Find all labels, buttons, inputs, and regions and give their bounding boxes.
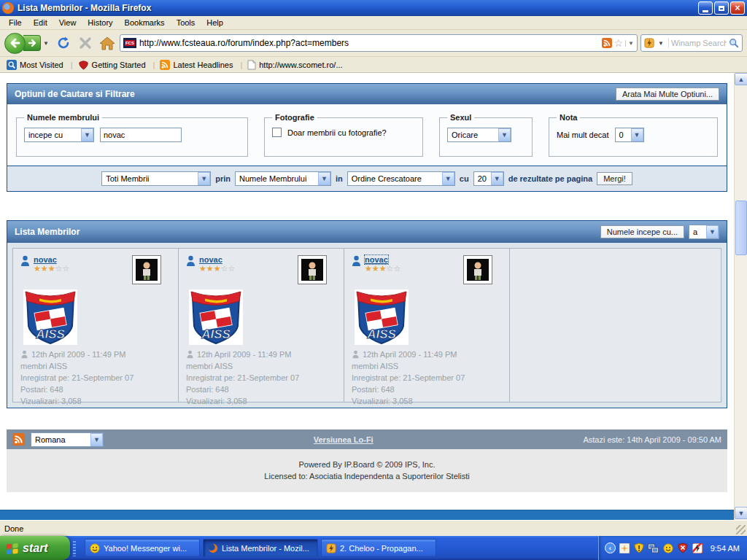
sort-order-select[interactable]: Ordine Crescatoare ▼	[347, 171, 455, 186]
windows-flag-icon	[6, 542, 19, 555]
per-page-select[interactable]: 20 ▼	[473, 171, 504, 186]
stop-button[interactable]	[76, 34, 95, 52]
chevron-down-icon: ▼	[706, 225, 719, 238]
history-dropdown-icon[interactable]: ▼	[41, 40, 51, 47]
language-select[interactable]: Romana ▼	[31, 432, 104, 447]
bookmark-getting-started[interactable]: Getting Started	[76, 59, 150, 71]
photo-checkbox-label: Doar membrii cu fotografie?	[287, 128, 387, 137]
menu-file[interactable]: File	[3, 17, 28, 28]
quick-launch-grip[interactable]	[73, 540, 76, 556]
go-button[interactable]: Mergi!	[597, 172, 632, 185]
tray-app-icon[interactable]	[619, 542, 630, 554]
sex-select[interactable]: Oricare ▼	[447, 128, 511, 142]
member-name-link[interactable]: novac	[34, 255, 57, 264]
menu-edit[interactable]: Edit	[28, 17, 53, 28]
close-button[interactable]: ×	[730, 1, 745, 15]
member-group: membri AISS	[186, 360, 338, 372]
restore-button[interactable]	[714, 1, 729, 15]
posted-icon	[186, 350, 194, 359]
scroll-up-arrow-icon[interactable]: ▲	[735, 73, 747, 85]
lofi-version-link[interactable]: Versiunea Lo-Fi	[314, 435, 374, 444]
getting-started-icon	[78, 60, 89, 70]
resize-grip[interactable]	[736, 525, 746, 534]
firefox-task-icon	[208, 543, 218, 553]
tray-network-icon[interactable]	[648, 542, 659, 554]
rss-feed-icon	[160, 60, 170, 70]
page-bottom-bar	[0, 510, 734, 520]
url-text[interactable]: http://www.fcsteaua.ro/forum/index.php?a…	[139, 38, 599, 48]
address-bar[interactable]: FCS http://www.fcsteaua.ro/forum/index.p…	[120, 34, 638, 52]
bookmark-separator: |	[152, 61, 157, 69]
current-date: Astazi este: 14th April 2009 - 09:50 AM	[583, 435, 721, 444]
forward-button[interactable]	[23, 35, 41, 51]
name-begins-button[interactable]: Numele incepe cu...	[600, 225, 684, 238]
rss-icon[interactable]	[602, 38, 612, 48]
rating-legend: Nota	[557, 113, 580, 122]
member-rating: ★★★☆☆	[365, 264, 400, 273]
taskbar: start Yahoo! Messenger wi... Lista Membr…	[0, 536, 747, 560]
aiss-logo: AISS	[355, 289, 409, 345]
winamp-engine-icon[interactable]	[644, 38, 654, 48]
page-icon	[247, 60, 256, 70]
chevron-down-icon: ▼	[318, 172, 330, 185]
search-placeholder[interactable]: Winamp Search	[671, 39, 727, 47]
menu-help[interactable]: Help	[201, 17, 229, 28]
tray-security-shield-icon[interactable]	[633, 542, 645, 554]
start-button[interactable]: start	[0, 536, 70, 560]
menu-tools[interactable]: Tools	[171, 17, 201, 28]
back-button[interactable]	[4, 33, 26, 54]
bookmark-latest-headlines[interactable]: Latest Headlines	[158, 59, 237, 71]
hide-icons-chevron-icon[interactable]: ‹	[605, 542, 616, 553]
bookmark-scomet[interactable]: http://www.scomet.ro/...	[245, 59, 347, 71]
taskbar-clock[interactable]: 9:54 AM	[711, 544, 740, 553]
scrollbar-thumb[interactable]	[735, 201, 747, 255]
scroll-down-arrow-icon[interactable]: ▼	[735, 507, 747, 519]
engine-dropdown-icon[interactable]: ▼	[656, 40, 666, 47]
menu-bar: File Edit View History Bookmarks Tools H…	[0, 16, 747, 30]
task-firefox[interactable]: Lista Membrilor - Mozil...	[203, 539, 318, 557]
member-details: 12th April 2009 - 11:49 PM membri AISS I…	[20, 349, 172, 407]
photo-checkbox[interactable]	[272, 128, 282, 137]
bookmark-star-icon[interactable]: ☆	[614, 37, 624, 49]
rating-select[interactable]: 0 ▼	[615, 128, 644, 142]
winamp-task-icon	[326, 543, 336, 553]
tray-alert-shield-icon[interactable]	[677, 542, 689, 554]
task-yahoo-messenger[interactable]: Yahoo! Messenger wi...	[85, 539, 200, 557]
search-icon[interactable]	[729, 38, 739, 48]
show-members-select[interactable]: Toti Membrii ▼	[101, 171, 211, 186]
home-button[interactable]	[98, 34, 117, 52]
url-dropdown-icon[interactable]: ▼	[625, 40, 634, 47]
forum-page: Optiuni de Cautare si Filtrare Arata Mai…	[0, 73, 734, 520]
minimize-button[interactable]	[698, 1, 713, 15]
letter-select[interactable]: a ▼	[689, 225, 719, 239]
menu-bookmarks[interactable]: Bookmarks	[119, 17, 171, 28]
sort-by-select[interactable]: Numele Membrului ▼	[235, 171, 331, 186]
rss-icon[interactable]	[12, 433, 25, 446]
member-name-link[interactable]: novac	[199, 255, 222, 264]
menu-view[interactable]: View	[53, 17, 82, 28]
tray-yahoo-icon[interactable]	[662, 542, 674, 554]
member-posts: Postari: 648	[186, 384, 338, 395]
member-name-input[interactable]	[100, 128, 182, 142]
tray-winamp-icon[interactable]	[692, 542, 703, 554]
chevron-down-icon: ▼	[442, 172, 454, 185]
vertical-scrollbar[interactable]: ▲ ▼	[734, 73, 747, 520]
refresh-button[interactable]	[54, 34, 73, 52]
search-filter-panel: Optiuni de Cautare si Filtrare Arata Mai…	[7, 83, 727, 192]
powered-by-text: Powered By IP.Board © 2009 IPS, Inc.	[7, 459, 727, 470]
avatar-image	[467, 259, 489, 281]
menu-history[interactable]: History	[82, 17, 118, 28]
web-search-box[interactable]: ▼ Winamp Search	[640, 34, 743, 52]
browser-viewport: Optiuni de Cautare si Filtrare Arata Mai…	[0, 73, 747, 520]
member-list-title: Lista Membrilor	[15, 227, 600, 237]
task-winamp[interactable]: 2. Cheloo - Propagan...	[321, 539, 436, 557]
more-options-button[interactable]: Arata Mai Multe Optiuni...	[616, 88, 719, 101]
bookmark-most-visited[interactable]: Most Visited	[4, 59, 68, 71]
member-name-link[interactable]: novac	[365, 255, 388, 264]
refresh-icon	[56, 36, 71, 50]
name-match-select[interactable]: incepe cu ▼	[24, 128, 94, 142]
stop-icon	[79, 36, 92, 50]
avatar-image	[301, 259, 323, 281]
member-views: Vizualizari: 3,058	[186, 395, 338, 407]
bookmarks-toolbar: Most Visited | Getting Started | Latest …	[0, 57, 747, 73]
